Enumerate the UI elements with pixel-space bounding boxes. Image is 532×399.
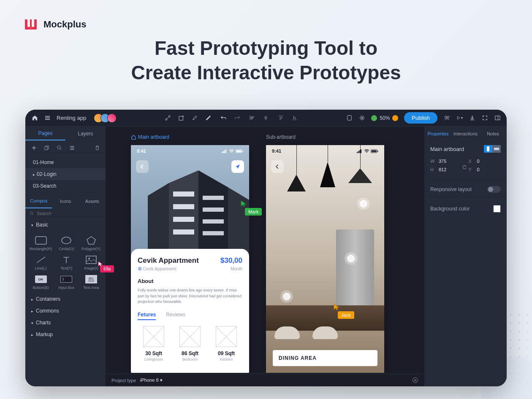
hotspot[interactable] bbox=[283, 293, 290, 300]
about-heading: About bbox=[138, 278, 242, 284]
navigate-button[interactable] bbox=[231, 160, 244, 173]
hero-title: Fast Prototyping Tool to Create Interact… bbox=[23, 36, 509, 85]
project-type-value[interactable]: iPhone 8 ▾ bbox=[140, 377, 163, 383]
pen-icon[interactable] bbox=[192, 115, 198, 121]
zoom-out-icon[interactable] bbox=[371, 115, 377, 121]
hotspot[interactable] bbox=[347, 255, 355, 262]
svg-rect-20 bbox=[86, 256, 96, 264]
pencil-icon[interactable] bbox=[205, 115, 212, 121]
status-icons bbox=[222, 149, 243, 153]
compass-icon[interactable] bbox=[412, 377, 418, 383]
home-icon[interactable] bbox=[31, 115, 38, 121]
page-item-search[interactable]: 03-Search bbox=[25, 180, 106, 192]
comp-polygon[interactable]: Polygon(Y) bbox=[80, 235, 102, 252]
section-basic[interactable]: Basic bbox=[25, 219, 106, 231]
reset-icon[interactable] bbox=[461, 164, 467, 170]
comp-input[interactable]: IInput Box bbox=[55, 274, 77, 291]
record-icon[interactable] bbox=[358, 115, 365, 121]
connector-icon[interactable] bbox=[165, 115, 171, 121]
publish-button[interactable]: Publish bbox=[404, 112, 437, 124]
tab-icons[interactable]: Icons bbox=[52, 194, 79, 208]
svg-point-45 bbox=[413, 377, 418, 383]
comp-line[interactable]: Line(L) bbox=[29, 254, 53, 271]
collaborator-avatars[interactable] bbox=[96, 113, 117, 123]
responsive-toggle[interactable] bbox=[487, 186, 501, 193]
comp-label: Rectangle(R) bbox=[30, 247, 52, 251]
comp-rectangle[interactable]: Rectangle(R) bbox=[29, 235, 53, 252]
section-markup[interactable]: Markup bbox=[25, 329, 106, 340]
canvas[interactable]: Main artboard Sub-artboard bbox=[106, 127, 424, 386]
back-button[interactable] bbox=[271, 160, 284, 173]
add-page-icon[interactable] bbox=[30, 144, 37, 151]
svg-rect-9 bbox=[347, 116, 351, 120]
comp-textarea[interactable]: abcText Area bbox=[80, 274, 102, 291]
tab-pages[interactable]: Pages bbox=[25, 127, 65, 140]
bgcolor-swatch[interactable] bbox=[493, 205, 501, 213]
feat-value: 86 Sqft bbox=[174, 350, 206, 356]
svg-rect-3 bbox=[264, 117, 268, 118]
main-artboard[interactable]: 9:41 Cevik Appartment $30,00 bbox=[131, 145, 249, 373]
comp-label: Line(L) bbox=[35, 266, 47, 270]
comp-text[interactable]: Text(T) bbox=[55, 254, 77, 271]
align-center-icon[interactable] bbox=[263, 115, 269, 121]
device-icon[interactable] bbox=[346, 115, 353, 121]
align-left-icon[interactable] bbox=[249, 115, 256, 121]
sub-artboard[interactable]: 9:41 DINING AREA bbox=[266, 145, 384, 373]
brand-logo: Mockplus bbox=[23, 17, 509, 32]
undo-icon[interactable] bbox=[220, 115, 227, 121]
tab-assets[interactable]: Assets bbox=[79, 194, 106, 208]
feat-value: 09 Sqft bbox=[210, 350, 242, 356]
main-artboard-label[interactable]: Main artboard bbox=[131, 134, 169, 140]
tab-layers[interactable]: Layers bbox=[65, 127, 106, 140]
section-charts[interactable]: Charts bbox=[25, 317, 106, 329]
svg-rect-38 bbox=[357, 152, 358, 153]
section-commons[interactable]: Commons bbox=[25, 305, 106, 317]
tab-interactions[interactable]: Interactions bbox=[452, 127, 479, 140]
align-bottom-icon[interactable] bbox=[291, 115, 298, 121]
expand-icon[interactable] bbox=[481, 115, 488, 121]
page-item-home[interactable]: 01-Home bbox=[25, 156, 106, 168]
svg-rect-26 bbox=[173, 229, 194, 235]
tab-features[interactable]: Fetures bbox=[138, 312, 156, 320]
section-containers[interactable]: Containers bbox=[25, 293, 106, 305]
x-value[interactable]: 0 bbox=[477, 159, 480, 164]
play-icon[interactable]: ▾ bbox=[456, 115, 463, 121]
height-value[interactable]: 812 bbox=[439, 167, 446, 172]
tab-notes[interactable]: Notes bbox=[479, 127, 507, 140]
tab-reviews[interactable]: Reviews bbox=[166, 312, 185, 320]
svg-point-19 bbox=[62, 237, 71, 244]
bottom-bar: Project type iPhone 8 ▾ bbox=[106, 374, 424, 386]
width-value[interactable]: 375 bbox=[439, 159, 446, 164]
zoom-control[interactable]: 50% bbox=[371, 115, 398, 121]
comp-label: Button(B) bbox=[33, 286, 49, 290]
download-icon[interactable] bbox=[469, 115, 475, 121]
add-artboard-icon[interactable] bbox=[178, 115, 185, 121]
y-label: Y bbox=[469, 167, 474, 172]
search-page-icon[interactable] bbox=[56, 144, 62, 151]
y-value[interactable]: 0 bbox=[477, 167, 480, 172]
zoom-in-icon[interactable] bbox=[392, 115, 398, 121]
orientation-toggle[interactable] bbox=[484, 145, 501, 153]
comp-label: Image(I) bbox=[84, 266, 98, 270]
duplicate-icon[interactable] bbox=[43, 144, 50, 151]
avatar[interactable] bbox=[107, 113, 117, 123]
search-input[interactable] bbox=[37, 211, 101, 216]
panel-icon[interactable] bbox=[494, 115, 501, 121]
tab-compos[interactable]: Compos bbox=[25, 194, 52, 208]
tab-properties[interactable]: Properties bbox=[424, 127, 452, 140]
share-icon[interactable] bbox=[443, 115, 450, 121]
page-item-login[interactable]: 02-Login bbox=[25, 168, 106, 180]
back-button[interactable] bbox=[136, 160, 149, 173]
sub-artboard-label[interactable]: Sub-artboard bbox=[266, 134, 296, 140]
align-top-icon[interactable] bbox=[278, 115, 285, 121]
h-label: H bbox=[430, 167, 435, 172]
hotspot[interactable] bbox=[360, 200, 367, 208]
list-icon[interactable] bbox=[68, 144, 75, 151]
svg-rect-28 bbox=[203, 208, 224, 212]
redo-icon[interactable] bbox=[234, 115, 241, 121]
comp-circle[interactable]: Circle(O) bbox=[55, 235, 77, 252]
menu-icon[interactable] bbox=[44, 115, 51, 121]
right-panel: Properties Interactions Notes Main artbo… bbox=[424, 127, 507, 386]
trash-icon[interactable] bbox=[94, 144, 100, 151]
comp-button[interactable]: OKButton(B) bbox=[29, 274, 53, 291]
